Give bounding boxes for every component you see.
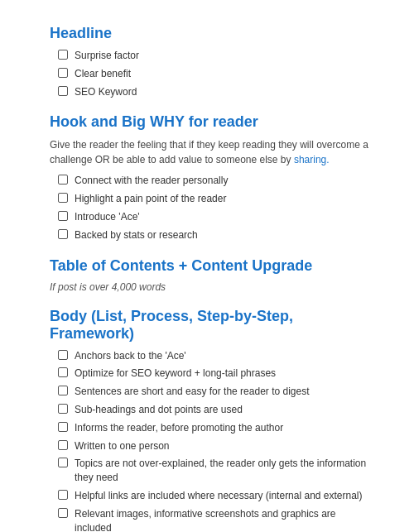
- item-text: Highlight a pain point of the reader: [75, 192, 226, 206]
- checkbox-icon: [58, 86, 68, 96]
- item-text: Anchors back to the 'Ace': [75, 349, 186, 363]
- checkbox-icon: [58, 490, 68, 500]
- page-content: Headline Surprise factor Clear benefit S…: [50, 25, 373, 532]
- item-text: Sentences are short and easy for the rea…: [75, 385, 310, 399]
- item-text: Relevant images, informative screenshots…: [75, 507, 373, 532]
- checklist-headline: Surprise factor Clear benefit SEO Keywor…: [50, 49, 373, 98]
- checklist-hook: Connect with the reader personally Highl…: [50, 174, 373, 242]
- list-item: Connect with the reader personally: [58, 174, 373, 188]
- item-text: Introduce 'Ace': [75, 210, 140, 224]
- list-item: Backed by stats or research: [58, 228, 373, 242]
- section-toc: Table of Contents + Content Upgrade If p…: [50, 257, 373, 293]
- checkbox-icon: [58, 508, 68, 518]
- item-text: Surprise factor: [75, 49, 139, 63]
- section-headline: Headline Surprise factor Clear benefit S…: [50, 25, 373, 98]
- item-text: Topics are not over-explained, the reade…: [75, 457, 373, 485]
- checkbox-icon: [58, 367, 68, 377]
- list-item: Surprise factor: [58, 49, 373, 63]
- list-item: Highlight a pain point of the reader: [58, 192, 373, 206]
- list-item: Topics are not over-explained, the reade…: [58, 457, 373, 485]
- toc-note: If post is over 4,000 words: [50, 281, 373, 293]
- section-title-headline: Headline: [50, 25, 373, 42]
- checkbox-icon: [58, 193, 68, 203]
- highlight-text: sharing.: [294, 154, 330, 165]
- checkbox-icon: [58, 211, 68, 221]
- checkbox-icon: [58, 386, 68, 395]
- list-item: Written to one person: [58, 439, 373, 453]
- checkbox-icon: [58, 422, 68, 432]
- item-text: Sub-headings and dot points are used: [75, 403, 243, 417]
- checkbox-icon: [58, 50, 68, 60]
- checkbox-icon: [58, 350, 68, 360]
- checkbox-icon: [58, 458, 68, 467]
- item-text: Informs the reader, before promoting the…: [75, 421, 283, 435]
- checkbox-icon: [58, 175, 68, 185]
- checkbox-icon: [58, 440, 68, 450]
- checkbox-icon: [58, 68, 68, 78]
- section-title-hook: Hook and Big WHY for reader: [50, 113, 373, 131]
- list-item: Sub-headings and dot points are used: [58, 403, 373, 417]
- checklist-body: Anchors back to the 'Ace' Optimize for S…: [50, 349, 373, 532]
- item-text: Written to one person: [75, 439, 170, 453]
- item-text: Connect with the reader personally: [75, 174, 228, 188]
- section-body: Body (List, Process, Step-by-Step, Frame…: [50, 308, 373, 532]
- item-text: Optimize for SEO keyword + long-tail phr…: [75, 367, 276, 381]
- checkbox-icon: [58, 229, 68, 239]
- item-text: Clear benefit: [75, 67, 131, 81]
- list-item: SEO Keyword: [58, 85, 373, 99]
- list-item: Anchors back to the 'Ace': [58, 349, 373, 363]
- list-item: Clear benefit: [58, 67, 373, 81]
- list-item: Introduce 'Ace': [58, 210, 373, 224]
- list-item: Sentences are short and easy for the rea…: [58, 385, 373, 399]
- hook-description: Give the reader the feeling that if they…: [50, 137, 373, 167]
- section-title-toc: Table of Contents + Content Upgrade: [50, 257, 373, 275]
- section-title-body: Body (List, Process, Step-by-Step, Frame…: [50, 308, 373, 343]
- item-text: Backed by stats or research: [75, 228, 198, 242]
- section-hook: Hook and Big WHY for reader Give the rea…: [50, 113, 373, 242]
- list-item: Relevant images, informative screenshots…: [58, 507, 373, 532]
- item-text: SEO Keyword: [75, 85, 137, 99]
- item-text: Helpful links are included where necessa…: [75, 489, 363, 503]
- checkbox-icon: [58, 404, 68, 414]
- list-item: Helpful links are included where necessa…: [58, 489, 373, 503]
- list-item: Optimize for SEO keyword + long-tail phr…: [58, 367, 373, 381]
- list-item: Informs the reader, before promoting the…: [58, 421, 373, 435]
